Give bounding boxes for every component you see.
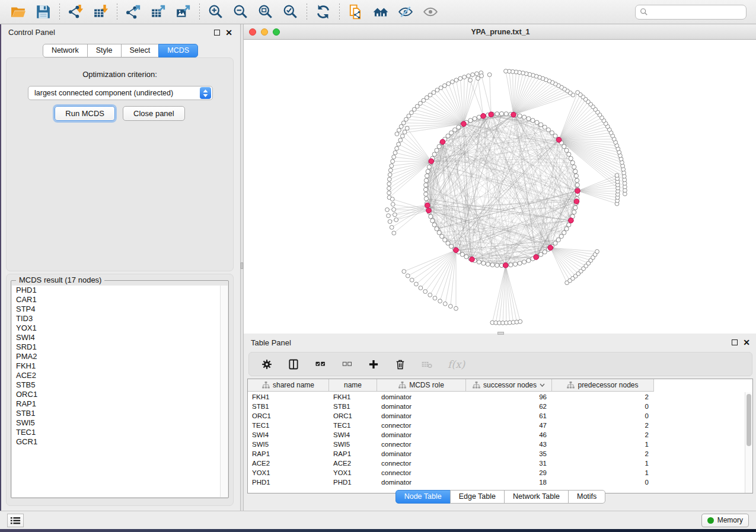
network-node[interactable] — [518, 114, 522, 118]
network-node[interactable] — [499, 111, 503, 116]
tab-network-table[interactable]: Network Table — [504, 490, 569, 504]
cell-shared-name[interactable]: SWI4 — [248, 431, 329, 438]
float-table-panel-icon[interactable] — [732, 339, 738, 345]
network-node[interactable] — [570, 161, 575, 165]
satellite-node[interactable] — [387, 177, 391, 181]
cell-MCDS-role[interactable]: connector — [377, 422, 466, 429]
table-row[interactable]: SWI4SWI4dominator462 — [248, 430, 744, 440]
network-node[interactable] — [564, 227, 569, 231]
satellite-node[interactable] — [400, 134, 404, 138]
satellite-node[interactable] — [433, 296, 437, 300]
network-node[interactable] — [572, 165, 576, 169]
network-node[interactable] — [427, 165, 431, 169]
satellite-node[interactable] — [487, 73, 492, 77]
satellite-node[interactable] — [432, 91, 436, 95]
cell-successor-nodes[interactable]: 31 — [466, 460, 552, 467]
table-row[interactable]: FKH1FKH1dominator962 — [248, 392, 744, 402]
network-node[interactable] — [553, 241, 557, 245]
satellite-node[interactable] — [419, 101, 423, 105]
table-row[interactable]: SWI5SWI5connector431 — [248, 440, 744, 449]
cell-predecessor-nodes[interactable]: 1 — [552, 460, 654, 467]
network-node[interactable] — [446, 241, 450, 245]
cell-successor-nodes[interactable]: 35 — [466, 450, 552, 457]
clone-network-button[interactable] — [343, 2, 368, 21]
satellite-node[interactable] — [399, 124, 403, 129]
satellite-node[interactable] — [388, 173, 392, 177]
mcds-result-scrollbar[interactable] — [220, 286, 228, 497]
satellite-node[interactable] — [406, 274, 410, 278]
table-row[interactable]: PHD1PHD1dominator180 — [248, 477, 744, 487]
cell-successor-nodes[interactable]: 47 — [466, 422, 552, 429]
satellite-node[interactable] — [397, 128, 401, 132]
cell-shared-name[interactable]: FKH1 — [248, 393, 329, 400]
satellite-node[interactable] — [391, 159, 395, 164]
satellite-node[interactable] — [403, 130, 407, 134]
satellite-node[interactable] — [390, 197, 394, 201]
network-node[interactable] — [513, 262, 518, 266]
network-node[interactable] — [437, 145, 441, 149]
satellite-node[interactable] — [439, 86, 443, 90]
mcds-node[interactable] — [489, 112, 494, 117]
satellite-node[interactable] — [423, 290, 428, 294]
cell-shared-name[interactable]: ORC1 — [248, 412, 329, 419]
mcds-result-item[interactable]: ORC1 — [12, 390, 220, 399]
satellite-node[interactable] — [428, 293, 432, 297]
cell-predecessor-nodes[interactable]: 2 — [552, 431, 654, 438]
column-header-MCDS-role[interactable]: MCDS role — [377, 379, 466, 391]
satellite-node[interactable] — [425, 95, 429, 100]
network-node[interactable] — [440, 234, 444, 238]
cell-name[interactable]: ORC1 — [329, 412, 377, 419]
open-file-button[interactable] — [6, 2, 31, 21]
table-row[interactable]: ACE2ACE2connector311 — [248, 459, 744, 468]
cell-successor-nodes[interactable]: 43 — [466, 441, 552, 448]
tab-node-table[interactable]: Node Table — [395, 490, 451, 504]
cell-MCDS-role[interactable]: dominator — [377, 412, 466, 419]
close-panel-button[interactable]: Close panel — [123, 106, 185, 121]
satellite-node[interactable] — [402, 270, 406, 274]
satellite-node[interactable] — [443, 302, 447, 306]
network-node[interactable] — [543, 125, 547, 129]
cell-predecessor-nodes[interactable]: 0 — [552, 403, 654, 410]
network-node[interactable] — [432, 152, 436, 156]
satellite-node[interactable] — [410, 278, 414, 282]
table-row[interactable]: TEC1TEC1connector472 — [248, 421, 744, 430]
satellite-node[interactable] — [475, 72, 479, 76]
satellite-node[interactable] — [454, 78, 458, 82]
optimization-criterion-select[interactable]: largest connected component (undirected) — [28, 86, 213, 100]
mcds-result-item[interactable]: STP4 — [12, 305, 220, 314]
mcds-node[interactable] — [534, 255, 539, 260]
satellite-node[interactable] — [390, 225, 394, 229]
show-details-eye-button[interactable] — [418, 2, 443, 21]
satellite-node[interactable] — [476, 76, 480, 81]
network-node[interactable] — [575, 183, 579, 187]
cell-name[interactable]: TEC1 — [329, 422, 377, 429]
satellite-node[interactable] — [387, 191, 391, 195]
tab-select[interactable]: Select — [121, 44, 160, 57]
network-node[interactable] — [559, 234, 563, 238]
hide-details-eye-button[interactable] — [393, 2, 418, 21]
scrollbar-thumb[interactable] — [747, 394, 751, 446]
mcds-node[interactable] — [426, 208, 432, 213]
satellite-node[interactable] — [412, 107, 416, 111]
cell-name[interactable]: STB1 — [329, 403, 377, 410]
satellite-node[interactable] — [401, 121, 406, 125]
cell-predecessor-nodes[interactable]: 2 — [552, 450, 654, 457]
mcds-result-item[interactable]: STB5 — [12, 380, 220, 390]
network-node[interactable] — [546, 128, 550, 132]
cell-MCDS-role[interactable]: connector — [377, 441, 466, 448]
network-node[interactable] — [446, 134, 450, 138]
tab-motifs[interactable]: Motifs — [568, 490, 605, 504]
network-node[interactable] — [468, 118, 473, 123]
network-node[interactable] — [573, 206, 578, 210]
network-node[interactable] — [531, 118, 535, 123]
mcds-result-item[interactable]: PMA2 — [12, 352, 220, 361]
network-node[interactable] — [486, 262, 490, 266]
zoom-in-button[interactable] — [203, 2, 228, 21]
network-node[interactable] — [564, 148, 569, 152]
cell-shared-name[interactable]: TEC1 — [248, 422, 329, 429]
table-row[interactable]: YOX1YOX1connector291 — [248, 468, 744, 477]
network-graph[interactable] — [244, 40, 756, 334]
import-network-button[interactable] — [63, 2, 88, 21]
mcds-result-item[interactable]: STB1 — [12, 409, 220, 418]
mcds-node[interactable] — [425, 203, 430, 208]
